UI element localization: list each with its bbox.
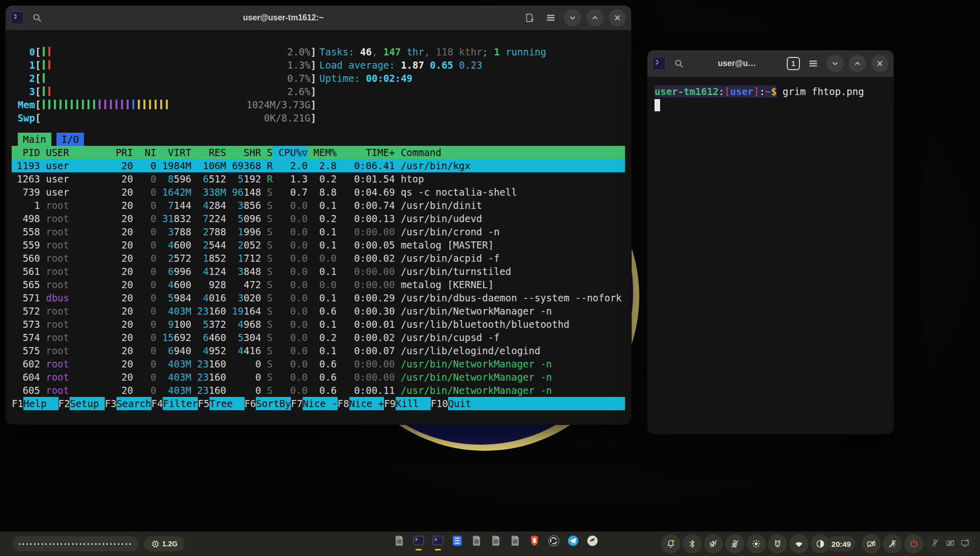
taskbar-app-file-5[interactable] xyxy=(489,534,502,550)
process-row-558[interactable]: 558 root200378827881996S0.00.10:00.00/us… xyxy=(12,225,625,238)
process-row-1[interactable]: 1 root200714442843856S0.00.10:00.74/usr/… xyxy=(12,199,625,212)
taskbar-app-file-6[interactable] xyxy=(509,534,522,550)
taskbar-app-file-4[interactable] xyxy=(470,534,483,550)
maximize-button[interactable] xyxy=(849,55,866,72)
column-header-mem[interactable]: MEM% xyxy=(308,146,337,159)
process-row-571[interactable]: 571 dbus200598440163020S0.00.10:00.29/us… xyxy=(12,291,625,304)
column-header-user[interactable]: USER xyxy=(46,146,104,159)
brightness-button[interactable] xyxy=(747,534,766,553)
process-row-572[interactable]: 572 root200403M2316019164S0.00.60:00.30/… xyxy=(12,304,625,318)
search-button[interactable] xyxy=(29,10,45,26)
fkey-f5[interactable]: F5 xyxy=(198,397,210,410)
mic-muted-icon xyxy=(730,539,740,549)
minimize-button[interactable] xyxy=(564,9,581,26)
process-row-575[interactable]: 575 root200694049524416S0.00.10:00.07/us… xyxy=(12,344,625,357)
taskbar-app-bird-10[interactable] xyxy=(586,534,599,550)
column-header-shr[interactable]: SHR xyxy=(226,146,261,159)
taskbar-app-obs-8[interactable] xyxy=(547,534,560,550)
fkey-label-search[interactable]: Search xyxy=(116,397,152,410)
volume-muted-button[interactable] xyxy=(704,534,723,553)
process-table-header[interactable]: PID USERPRINIVIRTRESSHRSCPU%▽MEM%TIME+Co… xyxy=(12,146,625,159)
column-header-pri[interactable]: PRI xyxy=(104,146,133,159)
fkey-f9[interactable]: F9 xyxy=(384,397,396,410)
htop-tab-main[interactable]: Main xyxy=(18,133,51,146)
process-row-559[interactable]: 559 root200460025442052S0.00.10:00.05met… xyxy=(12,238,625,252)
maximize-button[interactable] xyxy=(586,9,604,26)
swap-meter: Swp[0K/8.21G] xyxy=(12,111,625,125)
tab-count-badge[interactable]: 1 xyxy=(787,57,800,70)
fkey-label-sortby[interactable]: SortBy xyxy=(256,397,291,410)
wifi-button[interactable] xyxy=(789,534,809,553)
fkey-label-tree[interactable]: Tree xyxy=(210,397,245,410)
column-header-virt[interactable]: VIRT xyxy=(157,146,192,159)
process-row-498[interactable]: 498 root2003183272245096S0.00.20:00.13/u… xyxy=(12,212,625,225)
taskbar-app-terminal-1[interactable] xyxy=(412,534,425,550)
bluetooth-button[interactable] xyxy=(682,534,702,553)
search-icon xyxy=(673,58,685,69)
fkey-label-filter[interactable]: Filter xyxy=(163,397,198,410)
close-button[interactable] xyxy=(871,55,888,72)
window2-titlebar: user@u… 1 xyxy=(647,50,894,77)
fkey-f7[interactable]: F7 xyxy=(291,397,303,410)
shell-content[interactable]: user-tm1612:[user]:~$ grim fhtop.png xyxy=(647,77,894,122)
process-row-573[interactable]: 573 root200910053724968S0.00.10:00.01/us… xyxy=(12,318,625,331)
fkey-f10[interactable]: F10 xyxy=(431,397,448,410)
bell-icon xyxy=(666,539,676,549)
new-tab-button[interactable] xyxy=(521,10,538,26)
menu-button[interactable] xyxy=(543,10,559,26)
fkey-f8[interactable]: F8 xyxy=(338,397,349,410)
process-row-1263[interactable]: 1263 user200859665125192R1.30.20:01.54ht… xyxy=(12,172,625,186)
process-row-561[interactable]: 561 root200699641243848S0.00.10:00.00/us… xyxy=(12,265,625,278)
power-button[interactable] xyxy=(904,534,924,553)
fkey-f4[interactable]: F4 xyxy=(152,397,163,410)
column-header-s[interactable]: S xyxy=(261,146,273,159)
taskbar-app-files-3[interactable] xyxy=(451,534,464,550)
column-header-time[interactable]: TIME+ xyxy=(337,146,395,159)
video-off-icon xyxy=(866,539,876,549)
minimize-button[interactable] xyxy=(826,55,844,72)
menu-button[interactable] xyxy=(805,55,821,72)
fkey-label-nice[interactable]: Nice - xyxy=(303,397,338,410)
htop-tab-io[interactable]: I/O xyxy=(56,133,84,146)
process-row-604[interactable]: 604 root200403M231600S0.00.60:00.00/usr/… xyxy=(12,370,625,384)
fkey-label-quit[interactable]: Quit xyxy=(448,397,483,410)
fkey-f1[interactable]: F1 xyxy=(12,397,23,410)
fkey-f2[interactable]: F2 xyxy=(58,397,70,410)
memory-usage-pill[interactable]: 1.2G xyxy=(144,536,185,551)
fkey-label-help[interactable]: Help xyxy=(23,397,58,410)
process-row-739[interactable]: 739 user2001642M338M96148S0.78.80:04.69q… xyxy=(12,186,625,199)
process-row-565[interactable]: 565 root2004600928472S0.00.00:00.00metal… xyxy=(12,278,625,291)
column-header-command[interactable]: Command xyxy=(401,146,625,159)
fkey-f3[interactable]: F3 xyxy=(105,397,116,410)
mic-muted-button[interactable] xyxy=(725,534,745,553)
fkey-label-kill[interactable]: Kill xyxy=(396,397,431,410)
owl-button[interactable] xyxy=(768,534,787,553)
clock[interactable]: 20:49 xyxy=(827,536,855,551)
window1-title: user@user-tm1612:~ xyxy=(50,13,516,22)
process-row-1193[interactable]: 1193 user2001984M106M69368R2.02.80:06.41… xyxy=(12,159,625,172)
window1-titlebar: user@user-tm1612:~ xyxy=(6,6,631,30)
person-off-button[interactable] xyxy=(883,534,902,553)
column-header-pid[interactable]: PID xyxy=(17,146,40,159)
close-button[interactable] xyxy=(609,9,626,26)
process-row-605[interactable]: 605 root200403M231600S0.00.60:00.11/usr/… xyxy=(12,384,625,397)
running-indicator xyxy=(473,549,480,550)
fkey-label-setup[interactable]: Setup xyxy=(70,397,105,410)
taskbar-app-terminal-2[interactable] xyxy=(431,534,444,550)
workspace-pill[interactable] xyxy=(13,536,139,551)
search-button[interactable] xyxy=(671,55,687,72)
process-row-574[interactable]: 574 root2001569264605304S0.00.20:00.02/u… xyxy=(12,331,625,344)
video-off-button[interactable] xyxy=(862,534,881,553)
process-row-602[interactable]: 602 root200403M231600S0.00.60:00.00/usr/… xyxy=(12,357,625,370)
process-row-560[interactable]: 560 root200257218521712S0.00.00:00.02/us… xyxy=(12,252,625,265)
fkey-label-nice[interactable]: Nice + xyxy=(349,397,384,410)
fkey-f6[interactable]: F6 xyxy=(245,397,256,410)
column-header-ni[interactable]: NI xyxy=(133,146,157,159)
column-header-cpu[interactable]: CPU%▽ xyxy=(273,146,308,159)
files-app-icon xyxy=(451,534,464,547)
column-header-res[interactable]: RES xyxy=(191,146,226,159)
taskbar-app-file-0[interactable] xyxy=(393,534,406,550)
taskbar-app-telegram-9[interactable] xyxy=(567,534,580,550)
taskbar-app-brave-7[interactable] xyxy=(528,534,541,550)
bell-button[interactable] xyxy=(661,534,680,553)
